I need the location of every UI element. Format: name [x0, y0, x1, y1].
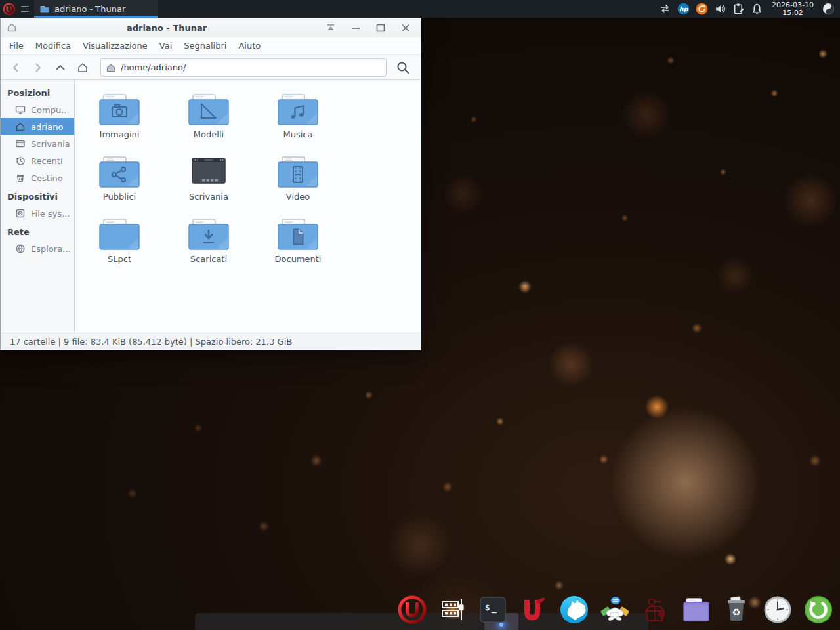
dock-toolbox-app-icon[interactable] — [639, 594, 671, 625]
folder-music-icon — [277, 93, 319, 127]
folder-template-icon — [188, 93, 230, 127]
toolbar — [1, 55, 421, 80]
dock-librewolf-browser-icon[interactable] — [558, 594, 590, 625]
file-item-immagini[interactable]: Immagini — [75, 87, 164, 149]
folder-video-icon — [277, 155, 319, 189]
file-label: Scaricati — [190, 254, 227, 264]
sidebar-item-trash[interactable]: Cestino — [1, 169, 74, 186]
sidebar-item-desktop[interactable]: Scrivania — [1, 135, 74, 152]
dock-logout-icon[interactable] — [803, 594, 834, 625]
maximize-button[interactable] — [371, 20, 390, 35]
notifications-bell-icon[interactable] — [751, 3, 763, 15]
recent-icon — [15, 156, 26, 166]
file-label: Pubblici — [103, 192, 136, 201]
file-label: Video — [286, 192, 310, 201]
sidebar: PosizioniCompu...adrianoScrivaniaRecenti… — [1, 80, 75, 333]
menu-segnalibri[interactable]: Segnalibri — [178, 37, 232, 54]
network-icon — [15, 243, 26, 254]
top-panel: adriano - Thunar hp — [0, 0, 840, 18]
window-title: adriano - Thunar — [18, 23, 316, 33]
window-list-icon[interactable] — [21, 0, 29, 18]
dock-trash-icon[interactable]: ♻ — [721, 594, 752, 625]
desktop-icon — [188, 155, 230, 189]
folder-share-icon — [98, 155, 140, 189]
minimize-button[interactable] — [346, 20, 366, 35]
sidebar-item-label: Esplora... — [31, 244, 71, 254]
dock-file-manager-icon[interactable] — [681, 594, 712, 625]
network-arrows-icon[interactable] — [659, 3, 671, 15]
svg-text:$: $ — [485, 602, 490, 612]
trash-icon — [15, 173, 26, 183]
file-item-documenti[interactable]: Documenti — [253, 211, 343, 274]
panel-clock[interactable]: 2026-03-10 15:02 — [769, 1, 816, 17]
sidebar-item-disk[interactable]: File sys... — [1, 205, 74, 222]
menu-aiuto[interactable]: Aiuto — [232, 37, 266, 54]
path-input[interactable] — [100, 58, 387, 77]
file-item-scrivania[interactable]: Scrivania — [164, 149, 253, 211]
file-item-pubblici[interactable]: Pubblici — [75, 149, 164, 211]
svg-text:hp: hp — [679, 5, 689, 12]
folder-icon — [39, 4, 50, 14]
folder-document-icon — [277, 217, 319, 251]
dock-clock-icon[interactable] — [762, 594, 793, 625]
sidebar-item-home[interactable]: adriano — [1, 118, 74, 135]
sidebar-header-posizioni: Posizioni — [1, 83, 74, 101]
file-label: SLpct — [108, 254, 131, 264]
up-button[interactable] — [51, 58, 70, 77]
dock-terminal-icon[interactable]: $ _ — [477, 594, 509, 625]
dock-collaboration-app-icon[interactable] — [599, 594, 631, 625]
panel-clock-time: 15:02 — [772, 9, 814, 17]
home-button[interactable] — [73, 58, 93, 77]
menu-vai[interactable]: Vai — [154, 37, 178, 54]
close-button[interactable] — [396, 20, 415, 35]
disk-icon — [15, 208, 26, 219]
search-icon[interactable] — [393, 58, 413, 77]
menu-file[interactable]: File — [3, 37, 30, 54]
file-label: Musica — [284, 129, 313, 139]
clipboard-icon[interactable] — [732, 3, 745, 15]
menu-visualizzazione[interactable]: Visualizzazione — [77, 37, 154, 54]
thunar-window: adriano - Thunar FileModificaVisualizzaz… — [0, 18, 421, 350]
computer-icon — [15, 104, 26, 115]
yin-yang-icon[interactable] — [822, 3, 835, 15]
updates-icon[interactable] — [696, 3, 708, 15]
dock-red-u-app-icon[interactable] — [516, 594, 548, 625]
desktop-icon — [15, 138, 26, 149]
file-grid: ImmaginiModelliMusicaPubbliciScrivaniaVi… — [75, 87, 343, 274]
sidebar-item-computer[interactable]: Compu... — [1, 101, 74, 118]
file-item-musica[interactable]: Musica — [253, 87, 343, 149]
sidebar-item-label: Recenti — [31, 156, 63, 166]
folder-none-icon — [98, 217, 140, 251]
back-button[interactable] — [6, 58, 26, 77]
distro-menu-icon[interactable] — [2, 2, 16, 16]
statusbar: 17 cartelle | 9 file: 83,4 KiB (85.412 b… — [1, 333, 421, 350]
file-label: Scrivania — [189, 192, 228, 201]
file-item-video[interactable]: Video — [253, 149, 343, 211]
shade-button[interactable] — [321, 20, 341, 35]
forward-button[interactable] — [28, 58, 48, 77]
file-item-slpct[interactable]: SLpct — [75, 211, 164, 274]
home-icon — [15, 121, 26, 132]
file-pane[interactable]: ImmaginiModelliMusicaPubbliciScrivaniaVi… — [75, 80, 421, 333]
sidebar-item-label: Cestino — [31, 173, 63, 183]
titlebar[interactable]: adriano - Thunar — [1, 18, 421, 37]
menubar: FileModificaVisualizzazioneVaiSegnalibri… — [1, 37, 421, 55]
hp-device-icon[interactable]: hp — [677, 3, 690, 15]
dock-video-editor-icon[interactable] — [437, 594, 469, 625]
sidebar-item-recent[interactable]: Recenti — [1, 152, 74, 169]
sidebar-header-dispositivi: Dispositivi — [1, 186, 74, 205]
dock-distro-launcher-icon[interactable] — [396, 594, 428, 625]
window-home-icon — [6, 22, 18, 33]
sidebar-item-label: File sys... — [31, 209, 70, 219]
volume-icon[interactable] — [714, 3, 726, 15]
sidebar-item-label: Scrivania — [31, 139, 70, 149]
sidebar-item-network[interactable]: Esplora... — [1, 240, 74, 257]
file-label: Documenti — [275, 254, 322, 264]
file-item-scaricati[interactable]: Scaricati — [164, 211, 253, 274]
taskbar-window-button[interactable]: adriano - Thunar — [34, 0, 158, 18]
file-label: Immagini — [100, 129, 140, 139]
menu-modifica[interactable]: Modifica — [30, 37, 77, 54]
file-item-modelli[interactable]: Modelli — [164, 87, 253, 149]
dock: $ _ — [195, 594, 648, 630]
file-label: Modelli — [194, 129, 224, 139]
